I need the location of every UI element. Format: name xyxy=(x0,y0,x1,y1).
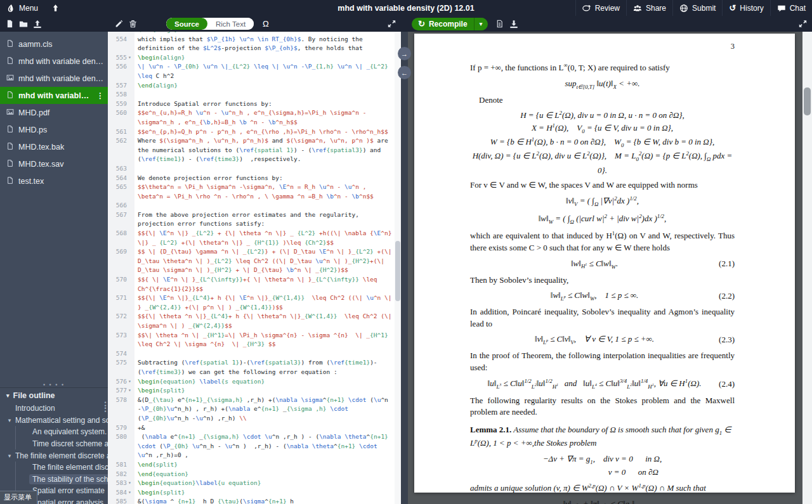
code-line-content[interactable]: Introduce Spatial error functions by: xyxy=(134,100,401,109)
code-line-content[interactable]: $$\theta^n = \Pi_h \sigma^n -\sigma^n, \… xyxy=(134,183,401,201)
line-gutter[interactable]: 570 xyxy=(108,275,134,294)
code-line[interactable]: 571$${\| \E^n \|}_{L^4}+ h {\| \E^n \|}_… xyxy=(108,294,401,312)
recompile-options-button[interactable]: ▾ xyxy=(474,18,488,30)
code-line-content[interactable]: $${\| \theta ^n \|}_{L^4}+ h {\| \theta^… xyxy=(134,312,401,330)
code-line-content[interactable]: $${\| \E^n \|}_{L^4}+ h {\| \E^n \|}_{W^… xyxy=(134,294,401,312)
line-gutter[interactable]: 565 xyxy=(108,183,134,201)
code-line[interactable]: 554which implies that $\P_{1h} \u^n \in … xyxy=(108,35,401,53)
line-gutter[interactable]: 563 xyxy=(108,164,134,174)
code-line-content[interactable]: &(\sigma ^ {n+1} _h D_{\tau}(\sigma^{n+1… xyxy=(134,497,401,504)
code-line[interactable]: 577▾\begin{split} xyxy=(108,386,401,396)
code-line-content[interactable]: \end{align} xyxy=(134,81,401,91)
line-gutter[interactable]: 566 xyxy=(108,201,134,210)
code-line[interactable]: 579+& xyxy=(108,423,401,433)
outline-resize-handle[interactable]: • • • • xyxy=(0,382,108,387)
code-line-content[interactable]: \| \u^n - \P_{0h} \u^n \|_{L^2} \leq \| … xyxy=(134,62,401,81)
file-tree-item[interactable]: mhd with variable d...⋮ xyxy=(0,87,108,104)
code-line[interactable]: 558 xyxy=(108,90,401,100)
file-tree-item[interactable]: aamm.cls xyxy=(0,36,108,53)
outline-item[interactable]: Introduction xyxy=(0,403,108,415)
code-line-content[interactable]: &(D_{\tau} e^{n+1}_{\sigma,h} ,r_h) +(\n… xyxy=(134,396,401,423)
code-line-content[interactable]: \begin{split} xyxy=(134,386,401,396)
code-line-content[interactable]: Where $(\sigma^n_h , \u^n_h, p^n_h)$ and… xyxy=(134,136,401,164)
outline-item[interactable]: Time discret scheme and... xyxy=(0,438,108,450)
line-gutter[interactable]: 582 xyxy=(108,470,134,479)
code-editor[interactable]: 553\end{align}554which implies that $\P_… xyxy=(108,32,401,504)
collapse-pdf-button[interactable]: ← xyxy=(398,66,411,79)
line-gutter[interactable]: 579 xyxy=(108,423,134,433)
rich-text-tab[interactable]: Rich Text xyxy=(207,18,254,30)
outline-item[interactable]: ▾Mathematical setting and so... xyxy=(0,415,108,427)
code-line[interactable]: 568$${\| \E^n \|} _{L^2} + {\| \theta ^n… xyxy=(108,229,401,247)
line-gutter[interactable]: 561 xyxy=(108,127,134,137)
file-tree-item[interactable]: test.tex xyxy=(0,172,108,190)
code-line-content[interactable]: \begin{align} xyxy=(134,53,401,63)
line-gutter[interactable]: 576▾ xyxy=(108,377,134,387)
editor-scrollbar[interactable] xyxy=(395,32,401,504)
line-gutter[interactable]: 564 xyxy=(108,174,134,183)
line-gutter[interactable]: 577▾ xyxy=(108,386,134,396)
outline-item[interactable]: An equivalent system. xyxy=(0,426,108,438)
code-line[interactable]: 555▾\begin{align} xyxy=(108,53,401,63)
pdf-viewer[interactable]: 3 If p = +∞, the functions in L∞(0, T; X… xyxy=(408,32,812,504)
line-gutter[interactable]: 574 xyxy=(108,349,134,359)
submit-button[interactable]: Submit xyxy=(672,0,722,16)
code-line[interactable]: 564We denote projection error functions … xyxy=(108,174,401,183)
file-tree-item[interactable]: mhd with variable densit... xyxy=(0,53,108,70)
code-line-content[interactable] xyxy=(134,164,401,174)
share-button[interactable]: Share xyxy=(626,0,672,16)
symbol-palette-button[interactable]: Ω xyxy=(263,19,269,29)
code-line[interactable]: 569$$ \| {D_{\tau} \gamma ^n \| _{L^2}} … xyxy=(108,247,401,275)
pane-divider[interactable] xyxy=(401,32,408,504)
fold-arrow-icon[interactable]: ▾ xyxy=(127,479,133,488)
file-tree-item[interactable]: MHD.pdf xyxy=(0,104,108,121)
line-gutter[interactable]: 578 xyxy=(108,396,134,423)
code-line[interactable]: 572$${\| \theta ^n \|}_{L^4}+ h {\| \the… xyxy=(108,312,401,330)
line-gutter[interactable]: 580 xyxy=(108,432,134,460)
delete-file-button[interactable] xyxy=(126,16,140,32)
code-line[interactable]: 557\end{align} xyxy=(108,81,401,91)
line-gutter[interactable]: 571 xyxy=(108,294,134,312)
line-gutter[interactable]: 585 xyxy=(108,497,134,504)
code-line[interactable]: 565$$\theta^n = \Pi_h \sigma^n -\sigma^n… xyxy=(108,183,401,201)
code-line[interactable]: 561$$e^n_{p,h}=Q_h p^n - p^n_h , e^n_{\r… xyxy=(108,127,401,137)
line-gutter[interactable]: 559 xyxy=(108,100,134,109)
code-line-content[interactable]: \begin{equation} \label{s equation} xyxy=(134,377,401,387)
fold-arrow-icon[interactable]: ▾ xyxy=(127,488,133,498)
code-line-content[interactable]: $${ \| \E^n \| }_{L^{\infty}}+{ \| \thet… xyxy=(134,275,401,294)
line-gutter[interactable]: 555▾ xyxy=(108,53,134,63)
code-line-content[interactable]: \begin{equation}\label{u equation} xyxy=(134,479,401,488)
fold-arrow-icon[interactable]: ▾ xyxy=(127,386,133,396)
download-pdf-button[interactable] xyxy=(507,16,521,32)
code-line[interactable]: 575Subtracting (\ref{spatial 1})-(\ref{s… xyxy=(108,358,401,377)
line-gutter[interactable]: 562 xyxy=(108,136,134,164)
code-line[interactable]: 585&(\sigma ^ {n+1} _h D_{\tau}(\sigma^{… xyxy=(108,497,401,504)
compile-logs-button[interactable] xyxy=(493,16,507,32)
history-button[interactable]: ↺ History xyxy=(722,0,769,16)
code-line[interactable]: 580 (\nabla e^{n+1} _{\sigma,h} \cdot \u… xyxy=(108,432,401,460)
code-line-content[interactable]: From the above projection error estimate… xyxy=(134,210,401,229)
code-line-content[interactable] xyxy=(134,90,401,100)
line-gutter[interactable]: 569 xyxy=(108,247,134,275)
code-line[interactable]: 573$$\| \theta ^n \| _{H^1}=\| \Pi_h \si… xyxy=(108,331,401,349)
file-tree-item[interactable]: mhd with variable densit... xyxy=(0,70,108,87)
line-gutter[interactable]: 583▾ xyxy=(108,479,134,488)
code-line[interactable]: 570$${ \| \E^n \| }_{L^{\infty}}+{ \| \t… xyxy=(108,275,401,294)
code-line[interactable]: 567From the above projection error estim… xyxy=(108,210,401,229)
line-gutter[interactable]: 560 xyxy=(108,108,134,127)
code-line[interactable]: 583▾\begin{equation}\label{u equation} xyxy=(108,479,401,488)
code-line[interactable]: 581\end{split} xyxy=(108,460,401,470)
code-line-content[interactable]: \begin{split} xyxy=(134,488,401,498)
fold-arrow-icon[interactable]: ▾ xyxy=(127,377,133,387)
rename-file-button[interactable] xyxy=(112,16,126,32)
code-line-content[interactable]: (\nabla e^{n+1} _{\sigma,h} \cdot \u^n ,… xyxy=(134,432,401,460)
code-line[interactable]: 576▾\begin{equation} \label{s equation} xyxy=(108,377,401,387)
code-line-content[interactable]: +& xyxy=(134,423,401,433)
chat-button[interactable]: Chat xyxy=(770,0,812,16)
source-tab[interactable]: Source xyxy=(166,18,207,30)
line-gutter[interactable]: 572 xyxy=(108,312,134,330)
file-tree-item[interactable]: MHD.tex.bak xyxy=(0,138,108,155)
line-gutter[interactable]: 558 xyxy=(108,90,134,100)
pdf-scrollbar-thumb[interactable] xyxy=(804,87,811,115)
chevron-down-icon[interactable]: ▾ xyxy=(6,417,13,423)
